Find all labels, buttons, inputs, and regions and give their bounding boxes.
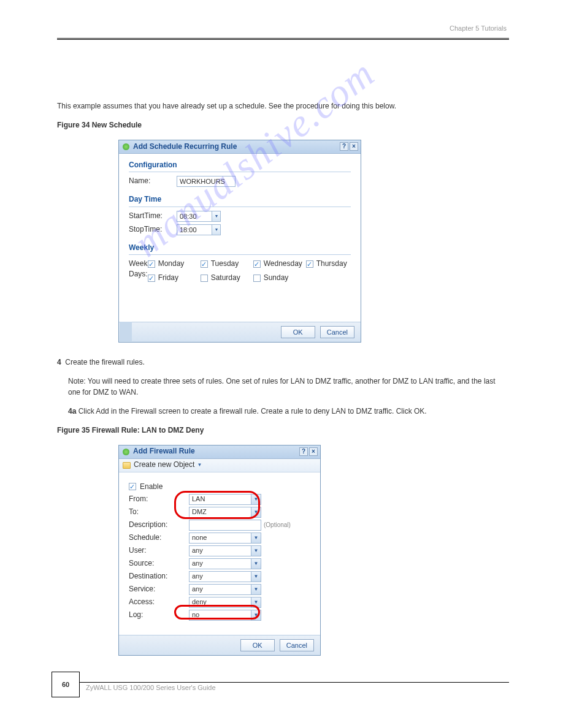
to-value: DMZ bbox=[190, 507, 251, 517]
figure35-caption: Figure 35 Firewall Rule: LAN to DMZ Deny bbox=[57, 425, 507, 436]
name-label: Name: bbox=[129, 176, 177, 186]
firewall-dialog-titlebar: Add Firewall Rule ? × bbox=[119, 446, 320, 459]
step4-number: 4 bbox=[57, 358, 61, 366]
schedule-dialog: Add Schedule Recurring Rule ? × Configur… bbox=[118, 140, 361, 343]
schedule-dialog-titlebar: Add Schedule Recurring Rule ? × bbox=[119, 140, 361, 154]
ok-button[interactable]: OK bbox=[240, 639, 275, 651]
footer-rule bbox=[80, 682, 509, 683]
stoptime-input[interactable] bbox=[177, 224, 212, 235]
access-label: Access: bbox=[129, 597, 189, 607]
icon-globe bbox=[123, 143, 129, 150]
from-label: From: bbox=[129, 494, 189, 504]
from-select[interactable]: LAN▼ bbox=[189, 494, 261, 505]
stoptime-spinner[interactable]: ▾ bbox=[212, 224, 221, 235]
schedule-select[interactable]: none▼ bbox=[189, 533, 261, 544]
checkbox-icon bbox=[201, 275, 208, 282]
close-button[interactable]: × bbox=[309, 447, 318, 456]
destination-select[interactable]: any▼ bbox=[189, 571, 261, 582]
starttime-label: StartTime: bbox=[129, 211, 177, 221]
user-select[interactable]: any▼ bbox=[189, 545, 261, 556]
create-object-menu[interactable]: Create new Object bbox=[134, 460, 194, 470]
page-number: 60 bbox=[52, 672, 80, 697]
tuesday-label: Tuesday bbox=[211, 259, 239, 269]
intro-paragraph: This example assumes that you have alrea… bbox=[57, 101, 507, 112]
starttime-spinner[interactable]: ▾ bbox=[212, 211, 221, 222]
chevron-down-icon: ▼ bbox=[197, 461, 202, 469]
checkbox-icon bbox=[253, 260, 261, 268]
firewall-dialog: Add Firewall Rule ? × Create new Object … bbox=[118, 445, 321, 656]
step4a-text: Click Add in the Firewall screen to crea… bbox=[79, 407, 427, 415]
monday-label: Monday bbox=[158, 259, 185, 269]
section-daytime: Day Time bbox=[129, 194, 351, 207]
checkbox-icon bbox=[306, 260, 313, 268]
firewall-dialog-footer: OK Cancel bbox=[119, 635, 320, 655]
log-select[interactable]: no▼ bbox=[189, 610, 261, 621]
to-label: To: bbox=[129, 507, 189, 517]
cancel-button[interactable]: Cancel bbox=[280, 639, 314, 651]
checkbox-saturday[interactable]: Saturday bbox=[201, 273, 253, 283]
destination-label: Destination: bbox=[129, 571, 189, 582]
chevron-down-icon: ▼ bbox=[251, 507, 261, 517]
footer-side-panel bbox=[120, 322, 132, 341]
checkbox-icon bbox=[253, 275, 261, 282]
ok-button[interactable]: OK bbox=[281, 326, 315, 338]
schedule-label: Schedule: bbox=[129, 533, 189, 543]
section-weekly: Weekly bbox=[129, 243, 351, 255]
optional-hint: (Optional) bbox=[264, 521, 291, 530]
user-value: any bbox=[190, 546, 251, 556]
checkbox-icon bbox=[148, 260, 155, 268]
firewall-dialog-title: Add Firewall Rule bbox=[133, 446, 299, 457]
access-value: deny bbox=[190, 597, 251, 607]
source-label: Source: bbox=[129, 558, 189, 569]
user-label: User: bbox=[129, 545, 189, 556]
schedule-value: none bbox=[190, 533, 251, 543]
stoptime-label: StopTime: bbox=[129, 224, 177, 235]
chevron-down-icon: ▼ bbox=[251, 546, 261, 556]
checkbox-tuesday[interactable]: Tuesday bbox=[201, 259, 253, 269]
log-value: no bbox=[190, 610, 251, 620]
checkbox-icon bbox=[148, 275, 155, 282]
to-select[interactable]: DMZ▼ bbox=[189, 507, 261, 518]
sunday-label: Sunday bbox=[264, 273, 289, 283]
header-rule bbox=[57, 38, 509, 40]
name-input[interactable] bbox=[177, 176, 236, 187]
help-button[interactable]: ? bbox=[340, 142, 348, 151]
step4-note: Note: You will need to create three sets… bbox=[68, 376, 507, 398]
source-select[interactable]: any▼ bbox=[189, 558, 261, 569]
close-button[interactable]: × bbox=[350, 142, 358, 151]
access-select[interactable]: deny▼ bbox=[189, 597, 261, 608]
log-label: Log: bbox=[129, 610, 189, 620]
chevron-down-icon: ▼ bbox=[251, 559, 261, 569]
figure34-caption: Figure 34 New Schedule bbox=[57, 120, 507, 131]
chevron-down-icon: ▼ bbox=[251, 597, 261, 607]
description-input[interactable] bbox=[189, 520, 261, 531]
checkbox-wednesday[interactable]: Wednesday bbox=[253, 259, 306, 269]
description-label: Description: bbox=[129, 520, 189, 530]
weekdays-label: Week Days: bbox=[129, 259, 148, 280]
checkbox-sunday[interactable]: Sunday bbox=[253, 273, 306, 283]
chevron-down-icon: ▼ bbox=[251, 495, 261, 504]
enable-label: Enable bbox=[140, 482, 163, 492]
help-button[interactable]: ? bbox=[299, 447, 308, 456]
destination-value: any bbox=[190, 572, 251, 582]
service-label: Service: bbox=[129, 584, 189, 594]
chevron-down-icon: ▼ bbox=[251, 585, 261, 594]
footer-guide: ZyWALL USG 100/200 Series User's Guide bbox=[86, 684, 216, 691]
schedule-dialog-footer: OK Cancel bbox=[119, 322, 361, 342]
icon-globe bbox=[123, 449, 129, 455]
schedule-dialog-title: Add Schedule Recurring Rule bbox=[133, 142, 340, 152]
chevron-down-icon: ▼ bbox=[251, 572, 261, 582]
checkbox-monday[interactable]: Monday bbox=[148, 259, 201, 269]
source-value: any bbox=[190, 559, 251, 569]
checkbox-thursday[interactable]: Thursday bbox=[306, 259, 359, 269]
starttime-input[interactable] bbox=[177, 211, 212, 222]
friday-label: Friday bbox=[158, 273, 178, 283]
step4-intro: Create the firewall rules. bbox=[65, 358, 144, 366]
firewall-toolbar: Create new Object ▼ bbox=[119, 459, 320, 472]
enable-checkbox[interactable] bbox=[129, 483, 136, 490]
thursday-label: Thursday bbox=[316, 259, 347, 269]
cancel-button[interactable]: Cancel bbox=[320, 326, 354, 338]
checkbox-friday[interactable]: Friday bbox=[148, 273, 201, 283]
service-select[interactable]: any▼ bbox=[189, 584, 261, 595]
step4a-number: 4a bbox=[68, 407, 76, 415]
